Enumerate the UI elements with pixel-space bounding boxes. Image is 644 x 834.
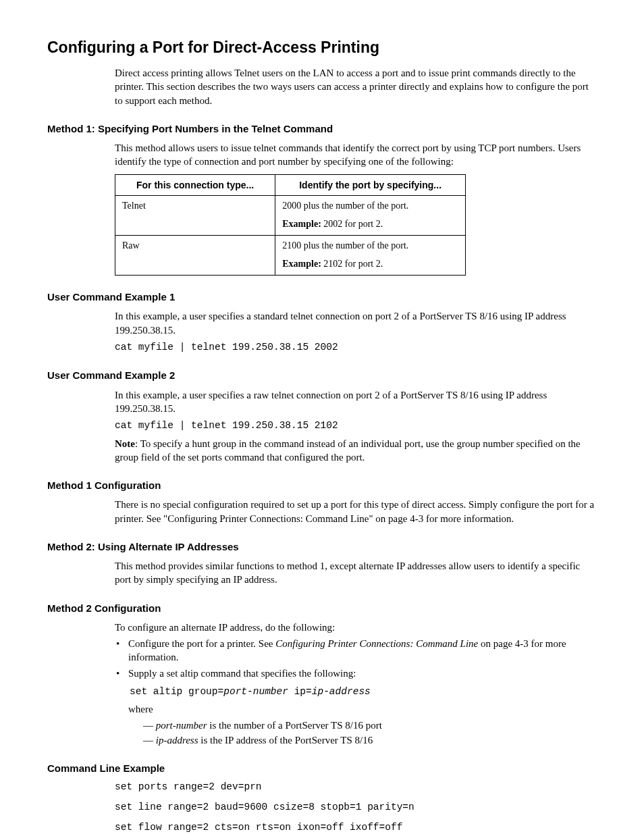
table-row: Telnet 2000 plus the number of the port.… <box>115 196 466 236</box>
page-title: Configuring a Port for Direct-Access Pri… <box>47 37 597 58</box>
ex2-heading: User Command Example 2 <box>47 369 597 382</box>
table-header-1: For this connection type... <box>115 174 275 196</box>
m1cfg-block: There is no special configuration requir… <box>115 498 597 525</box>
method1-heading: Method 1: Specifying Port Numbers in the… <box>47 122 597 136</box>
cell-port-spec: 2100 plus the number of the port. Exampl… <box>275 236 466 276</box>
note-label: Note <box>115 438 135 449</box>
method2-desc: This method provides similar functions t… <box>115 559 597 587</box>
table-header-2: Identify the port by specifying... <box>275 174 466 196</box>
s2-post: is the IP address of the PortServer TS 8… <box>198 735 373 746</box>
table-header-row: For this connection type... Identify the… <box>115 174 466 196</box>
ex2-code: cat myfile | telnet 199.250.38.15 2102 <box>115 419 597 433</box>
cli-line-1: set ports range=2 dev=prn <box>115 781 597 794</box>
table-row: Raw 2100 plus the number of the port. Ex… <box>115 236 466 276</box>
ex2-block: In this example, a user specifies a raw … <box>115 388 597 465</box>
s1-post: is the number of a PortServer TS 8/16 po… <box>207 720 382 731</box>
m2cfg-lead-block: To configure an alternate IP address, do… <box>115 621 597 634</box>
method2-block: This method provides similar functions t… <box>115 559 597 587</box>
s1-pre: — <box>143 720 156 731</box>
b1-b: Configuring Printer Connections: Command… <box>275 638 478 649</box>
intro-block: Direct access printing allows Telnet use… <box>115 66 597 107</box>
where-item-1: — port-number is the number of a PortSer… <box>143 719 597 732</box>
s1-var: port-number <box>156 720 207 731</box>
cli-heading: Command Line Example <box>47 762 597 775</box>
b1-a: Configure the port for a printer. See <box>128 638 275 649</box>
cell-line-1: 2100 plus the number of the port. <box>282 240 458 253</box>
example-text: 2102 for port 2. <box>321 259 383 269</box>
altip-code: set altip group=port-number ip=ip-addres… <box>130 685 597 699</box>
ex1-block: In this example, a user specifies a stan… <box>115 309 597 354</box>
note-text: : To specify a hunt group in the command… <box>115 438 581 463</box>
code-var1: port-number <box>223 686 288 697</box>
m2cfg-heading: Method 2 Configuration <box>47 602 597 615</box>
cell-conn-type: Raw <box>115 236 275 276</box>
cli-line-3: set flow range=2 cts=on rts=on ixon=off … <box>115 821 597 834</box>
example-label: Example: <box>282 219 321 229</box>
port-table: For this connection type... Identify the… <box>115 174 466 276</box>
ex1-code: cat myfile | telnet 199.250.38.15 2002 <box>115 341 597 355</box>
code-pre: set altip group= <box>130 686 223 697</box>
code-mid: ip= <box>288 686 312 697</box>
m2cfg-lead: To configure an alternate IP address, do… <box>115 621 597 634</box>
m1cfg-desc: There is no special configuration requir… <box>115 498 597 525</box>
code-var2: ip-address <box>312 686 371 697</box>
where-list: — port-number is the number of a PortSer… <box>143 719 597 748</box>
s2-pre: — <box>143 735 156 746</box>
s2-var: ip-address <box>156 735 198 746</box>
ex1-heading: User Command Example 1 <box>47 290 597 304</box>
method1-desc: This method allows users to issue telnet… <box>115 141 597 169</box>
cli-block: set ports range=2 dev=prn set line range… <box>115 781 597 834</box>
ex1-desc: In this example, a user specifies a stan… <box>115 309 597 337</box>
where-item-2: — ip-address is the IP address of the Po… <box>143 733 597 747</box>
method1-block: This method allows users to issue telnet… <box>115 141 597 169</box>
method2-heading: Method 2: Using Alternate IP Addresses <box>47 540 597 554</box>
cell-port-spec: 2000 plus the number of the port. Exampl… <box>275 196 466 236</box>
cell-line-1: 2000 plus the number of the port. <box>282 200 458 213</box>
ex2-note: Note: To specify a hunt group in the com… <box>115 437 597 465</box>
m1cfg-heading: Method 1 Configuration <box>47 479 597 492</box>
list-item: Supply a set altip command that specifie… <box>115 667 597 748</box>
cli-line-2: set line range=2 baud=9600 csize=8 stopb… <box>115 801 597 814</box>
cell-line-2: Example: 2102 for port 2. <box>282 258 458 271</box>
m2cfg-list: Configure the port for a printer. See Co… <box>115 637 597 747</box>
ex2-desc: In this example, a user specifies a raw … <box>115 388 597 416</box>
cell-conn-type: Telnet <box>115 196 275 236</box>
list-item: Configure the port for a printer. See Co… <box>115 637 597 664</box>
example-text: 2002 for port 2. <box>321 219 383 229</box>
b2-text: Supply a set altip command that specifie… <box>128 668 356 679</box>
where-label: where <box>128 702 597 716</box>
cell-line-2: Example: 2002 for port 2. <box>282 218 458 231</box>
intro-text: Direct access printing allows Telnet use… <box>115 66 597 107</box>
example-label: Example: <box>282 259 321 269</box>
